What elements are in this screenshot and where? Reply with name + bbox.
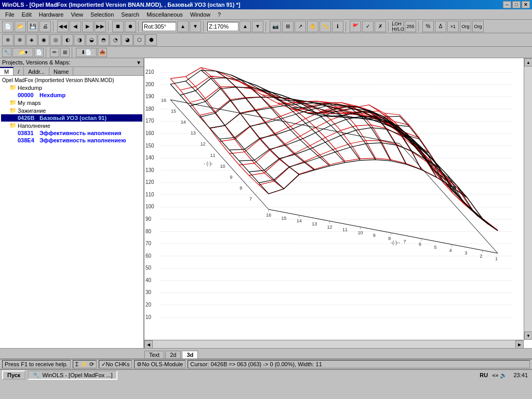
rot-up[interactable]: ▲ <box>177 21 189 32</box>
panel-tab-m[interactable]: M <box>0 67 14 75</box>
tree-fill-folder[interactable]: 📁 Наполнение <box>1 122 142 129</box>
scroll-down-button[interactable]: ▼ <box>524 331 532 340</box>
taskbar-winols-icon: 🔧 <box>33 372 40 379</box>
tb-save[interactable]: 💾 <box>27 21 38 32</box>
tb2-btn2[interactable]: ⊗ <box>14 34 25 46</box>
tb2-btn8[interactable]: ◒ <box>86 34 97 46</box>
menu-miscellaneous[interactable]: Miscellaneous <box>143 10 186 19</box>
menu-hardware[interactable]: Hardware <box>36 10 67 19</box>
rot-down[interactable]: ▼ <box>190 21 201 32</box>
tb2-btn13[interactable]: ⬢ <box>145 34 157 46</box>
tb3-copy[interactable]: ⊞ <box>60 48 70 57</box>
start-button[interactable]: Пуск <box>2 370 25 380</box>
tb-back[interactable]: ◀◀ <box>57 21 69 32</box>
tb2-btn9[interactable]: ◓ <box>98 34 109 46</box>
menu-view[interactable]: View <box>68 10 86 19</box>
tb-delta[interactable]: Δ <box>435 21 446 32</box>
tb-print[interactable]: 🖨 <box>39 21 51 32</box>
tb3-doc[interactable]: 📄 <box>34 48 44 57</box>
tree-hexdump-item[interactable]: 00000 Hexdump <box>1 91 142 99</box>
tb-percent[interactable]: % <box>422 21 434 32</box>
tree-root[interactable]: Opel MadFox (Importierted Version BNAN.M… <box>1 77 142 84</box>
tree-fill-item2[interactable]: 038E4 Эффективность наполнениею <box>1 137 142 144</box>
sigma-icon: Σ ⚡ ⟳ <box>75 361 94 368</box>
scroll-v-track[interactable] <box>524 66 532 331</box>
tb2-btn5[interactable]: ◎ <box>50 34 61 46</box>
tb-rec[interactable]: ⏺ <box>125 21 136 32</box>
tb2-btn7[interactable]: ◑ <box>74 34 85 46</box>
tb-org2[interactable]: Org <box>472 21 484 32</box>
horizontal-scrollbar[interactable]: ◀ ▶ <box>144 340 524 348</box>
close-button[interactable]: ✕ <box>522 1 530 8</box>
tb-new[interactable]: 📄 <box>2 21 14 32</box>
tb2-btn1[interactable]: ⊕ <box>2 34 14 46</box>
tb2-btn12[interactable]: ⬡ <box>134 34 145 46</box>
tree-ignition-item[interactable]: 0426B Базовый УОЗ (octan 91) <box>1 114 142 122</box>
panel-tab-name[interactable]: Name <box>49 67 73 75</box>
tb3-props[interactable]: 🔧 <box>2 48 11 57</box>
panel-dropdown[interactable]: ▼ <box>136 60 141 65</box>
rotation-input[interactable] <box>142 22 176 31</box>
tb-255[interactable]: 255 <box>405 21 416 32</box>
tree-area[interactable]: Opel MadFox (Importierted Version BNAN.M… <box>0 76 143 348</box>
tree-hexdump-folder[interactable]: 📁 Hexdump <box>1 84 142 91</box>
menu-search[interactable]: Search <box>118 10 142 19</box>
menu-file[interactable]: File <box>2 10 18 19</box>
zoom-up[interactable]: ▲ <box>240 21 251 32</box>
tb-cursor[interactable]: ↗ <box>295 21 306 32</box>
zoom-input[interactable] <box>207 22 238 31</box>
tb-open[interactable]: 📂 <box>15 21 26 32</box>
tb3-pencil[interactable]: ✏ <box>50 48 59 57</box>
tb-lhi[interactable]: LOHHI/LO <box>392 21 404 32</box>
menu-window[interactable]: Window <box>187 10 214 19</box>
chk-text: No CHKs <box>106 361 130 367</box>
vertical-scrollbar[interactable]: ▲ ▼ <box>524 58 532 340</box>
tb-x1[interactable]: ×1 <box>447 21 459 32</box>
tb2-btn11[interactable]: ◕ <box>122 34 133 46</box>
restore-button[interactable]: □ <box>512 1 521 8</box>
tab-text[interactable]: Text <box>144 351 164 358</box>
taskbar-winols[interactable]: 🔧 WinOLS - [Opel MadFox ...] <box>28 370 117 380</box>
tb-stop[interactable]: ⏹ <box>112 21 124 32</box>
tb-grid[interactable]: ⊞ <box>282 21 294 32</box>
zoom-down[interactable]: ▼ <box>252 21 263 32</box>
tb-flag[interactable]: 🚩 <box>350 21 361 32</box>
view-panel[interactable]: ▲ ▼ ◀ ▶ <box>144 58 532 348</box>
menu-edit[interactable]: Edit <box>19 10 35 19</box>
window-title: WinOLS - [Opel MadFox (Importierted Vers… <box>2 2 503 8</box>
scroll-left-button[interactable]: ◀ <box>144 340 153 348</box>
menu-selection[interactable]: Selection <box>87 10 117 19</box>
tb-play[interactable]: ▶ <box>82 21 94 32</box>
tb-screenshot[interactable]: 📷 <box>270 21 281 32</box>
tab-3d[interactable]: 3d <box>182 351 198 358</box>
tree-fill-item1[interactable]: 03831 Эффективность наполнения <box>1 129 142 137</box>
scroll-right-button[interactable]: ▶ <box>515 340 524 348</box>
scroll-up-button[interactable]: ▲ <box>524 58 532 66</box>
tb-mark[interactable]: ✓ <box>362 21 374 32</box>
tb-measure[interactable]: 📏 <box>320 21 331 32</box>
tb2-btn4[interactable]: ◉ <box>38 34 49 46</box>
tb-hand[interactable]: ✋ <box>307 21 318 32</box>
tb2-btn6[interactable]: ◐ <box>62 34 73 46</box>
panel-tab-slash[interactable]: / <box>14 67 24 75</box>
tb-cross[interactable]: ✗ <box>375 21 386 32</box>
tb2-btn3[interactable]: ◈ <box>26 34 37 46</box>
tb2-btn10[interactable]: ◔ <box>110 34 121 46</box>
scroll-h-track[interactable] <box>153 340 515 348</box>
tb-org[interactable]: Org <box>460 21 471 32</box>
map-canvas[interactable] <box>144 58 524 340</box>
tb3-import[interactable]: ⬇📄 <box>76 48 97 57</box>
panel-tab-addr[interactable]: Addr... <box>24 67 49 75</box>
tree-mymaps-folder[interactable]: 📁 My maps <box>1 99 142 107</box>
tb-prev[interactable]: ◀ <box>70 21 81 32</box>
tb3-export[interactable]: 📤 <box>98 48 107 57</box>
clock: 23:41 <box>511 372 530 378</box>
tab-2d[interactable]: 2d <box>165 351 181 358</box>
tb-next[interactable]: ▶▶ <box>95 21 106 32</box>
tb-info[interactable]: ℹ <box>332 21 343 32</box>
tree-ignition-folder[interactable]: 📁 Зажигание <box>1 107 142 114</box>
menu-help[interactable]: ? <box>215 10 224 19</box>
tb3-folder[interactable]: 📁▾ <box>12 48 33 57</box>
minimize-button[interactable]: ─ <box>503 1 511 8</box>
menu-bar: File Edit Hardware View Selection Search… <box>0 9 532 20</box>
